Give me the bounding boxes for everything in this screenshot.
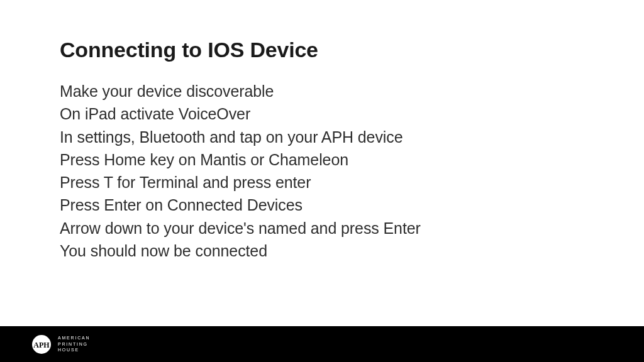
aph-logo-icon: APH xyxy=(31,334,52,354)
step-item: Arrow down to your device's named and pr… xyxy=(60,217,584,239)
footer-bar: APH AMERICAN PRINTING HOUSE xyxy=(0,326,644,362)
step-item: Press T for Terminal and press enter xyxy=(60,171,584,194)
slide-content: Connecting to IOS Device Make your devic… xyxy=(0,0,644,262)
step-item: In settings, Bluetooth and tap on your A… xyxy=(60,126,584,148)
steps-list: Make your device discoverable On iPad ac… xyxy=(60,80,584,262)
brand-text: AMERICAN PRINTING HOUSE xyxy=(58,335,90,353)
brand-line: PRINTING xyxy=(58,341,90,347)
brand-line: HOUSE xyxy=(58,347,90,353)
step-item: Press Home key on Mantis or Chameleon xyxy=(60,148,584,171)
slide-title: Connecting to IOS Device xyxy=(60,38,584,62)
brand-line: AMERICAN xyxy=(58,335,90,341)
step-item: On iPad activate VoiceOver xyxy=(60,102,584,125)
svg-text:APH: APH xyxy=(33,341,50,349)
step-item: Press Enter on Connected Devices xyxy=(60,194,584,216)
brand-logo: APH AMERICAN PRINTING HOUSE xyxy=(31,334,90,354)
step-item: You should now be connected xyxy=(60,239,584,262)
step-item: Make your device discoverable xyxy=(60,80,584,102)
